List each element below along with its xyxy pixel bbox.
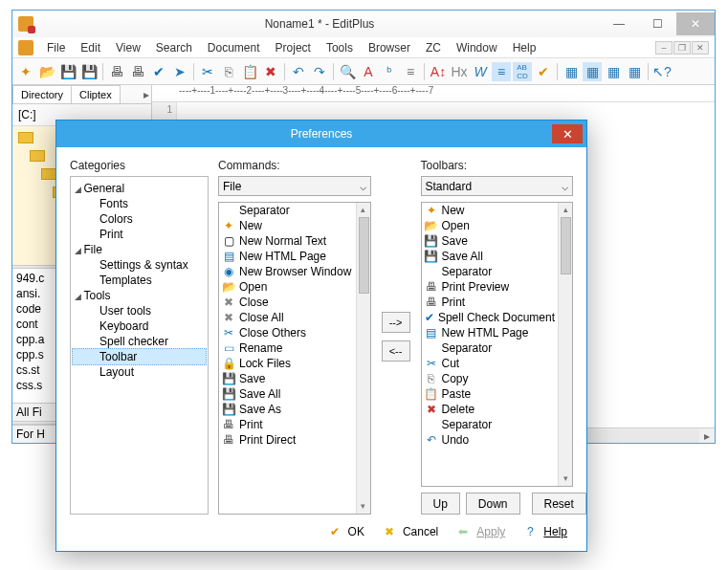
menu-browser[interactable]: Browser bbox=[361, 39, 418, 56]
list-item[interactable]: ▢New Normal Text bbox=[219, 233, 356, 249]
list-item[interactable]: ✔Spell Check Document bbox=[422, 310, 559, 325]
tab-cliptext[interactable]: Cliptex bbox=[71, 85, 121, 103]
scrollbar[interactable]: ▴ ▾ bbox=[356, 203, 370, 514]
menu-edit[interactable]: Edit bbox=[73, 39, 108, 56]
tree-item[interactable]: Layout bbox=[73, 364, 206, 380]
list-item[interactable]: ✂Close Others bbox=[219, 325, 356, 340]
commands-list[interactable]: Separator✦New▢New Normal Text▤New HTML P… bbox=[218, 202, 371, 515]
toolbar-arrow-icon[interactable]: ➤ bbox=[170, 62, 189, 81]
toolbar-copy-icon[interactable]: ⎘ bbox=[219, 62, 238, 81]
toolbar-spell-icon[interactable]: ✔ bbox=[149, 62, 168, 81]
menu-window[interactable]: Window bbox=[449, 39, 505, 56]
toolbar-win3-icon[interactable]: ▦ bbox=[604, 62, 623, 81]
dialog-close-button[interactable]: ✕ bbox=[552, 124, 583, 143]
list-item[interactable]: ⎘Copy bbox=[422, 371, 559, 386]
scroll-up-icon[interactable]: ▴ bbox=[357, 203, 370, 217]
reset-button[interactable]: Reset bbox=[532, 493, 586, 515]
close-button[interactable]: ✕ bbox=[676, 12, 715, 35]
toolbar-print-icon[interactable]: 🖶 bbox=[107, 62, 126, 81]
scroll-thumb[interactable] bbox=[359, 217, 369, 294]
list-item[interactable]: ✖Close All bbox=[219, 310, 356, 325]
list-item[interactable]: ▤New HTML Page bbox=[219, 249, 356, 264]
down-button[interactable]: Down bbox=[466, 493, 520, 515]
tree-item[interactable]: Spell checker bbox=[73, 334, 206, 349]
tree-item[interactable]: Fonts bbox=[73, 196, 206, 211]
toolbar-preview-icon[interactable]: 🖶 bbox=[128, 62, 147, 81]
tree-item[interactable]: User tools bbox=[73, 303, 206, 318]
move-right-button[interactable]: --> bbox=[382, 312, 410, 333]
list-item[interactable]: ▭Rename bbox=[219, 340, 356, 356]
commands-combo[interactable]: File ⌵ bbox=[218, 176, 371, 196]
list-item[interactable]: 🔒Lock Files bbox=[219, 356, 356, 371]
tree-file[interactable]: File bbox=[73, 242, 206, 257]
minimize-button[interactable]: — bbox=[600, 12, 638, 35]
cancel-button[interactable]: ✖Cancel bbox=[382, 524, 438, 539]
toolbar-save-icon[interactable]: 💾 bbox=[58, 62, 77, 81]
menu-project[interactable]: Project bbox=[268, 39, 319, 56]
list-item[interactable]: 🖶Print Preview bbox=[422, 279, 559, 295]
list-item[interactable]: ✂Cut bbox=[422, 356, 559, 371]
toolbar-w-icon[interactable]: W bbox=[471, 62, 490, 81]
tree-item[interactable]: Settings & syntax bbox=[73, 257, 206, 273]
tab-directory[interactable]: Directory bbox=[12, 85, 72, 103]
list-item[interactable]: Separator bbox=[422, 340, 559, 356]
tree-tools[interactable]: Tools bbox=[73, 288, 206, 303]
up-button[interactable]: Up bbox=[421, 493, 460, 515]
scroll-down-icon[interactable]: ▾ bbox=[559, 471, 572, 486]
list-item[interactable]: 🖶Print Direct bbox=[219, 432, 356, 448]
tree-item[interactable]: Print bbox=[73, 227, 206, 242]
categories-tree[interactable]: General FontsColorsPrint File Settings &… bbox=[70, 176, 209, 515]
move-left-button[interactable]: <-- bbox=[382, 340, 410, 362]
list-item[interactable]: 📂Open bbox=[219, 279, 356, 295]
toolbar-help-icon[interactable]: ↖? bbox=[652, 62, 672, 81]
mdi-restore-button[interactable]: ❐ bbox=[673, 41, 691, 55]
menu-view[interactable]: View bbox=[108, 39, 148, 56]
toolbar-abcd-icon[interactable]: ABCD bbox=[513, 62, 532, 81]
help-button[interactable]: ?Help bbox=[522, 524, 567, 539]
toolbar-b-icon[interactable]: ᵇ bbox=[380, 62, 399, 81]
toolbar-eq-icon[interactable]: ≡ bbox=[401, 62, 420, 81]
list-item[interactable]: 🖶Print bbox=[219, 417, 356, 432]
menu-document[interactable]: Document bbox=[200, 39, 268, 56]
toolbar-open-icon[interactable]: 📂 bbox=[37, 62, 56, 81]
list-item[interactable]: ✖Close bbox=[219, 295, 356, 310]
scroll-right-icon[interactable]: ▸ bbox=[699, 429, 715, 443]
toolbar-check-icon[interactable]: ✔ bbox=[534, 62, 553, 81]
toolbar-win1-icon[interactable]: ▦ bbox=[562, 62, 581, 81]
scroll-up-icon[interactable]: ▴ bbox=[559, 203, 572, 217]
toolbar-win4-icon[interactable]: ▦ bbox=[625, 62, 644, 81]
tree-general[interactable]: General bbox=[73, 181, 206, 196]
toolbar-win2-icon[interactable]: ▦ bbox=[583, 62, 602, 81]
scroll-thumb[interactable] bbox=[561, 217, 571, 274]
tree-item[interactable]: Colors bbox=[73, 211, 206, 227]
list-item[interactable]: Separator bbox=[422, 417, 559, 432]
toolbar-find-icon[interactable]: 🔍 bbox=[338, 62, 357, 81]
menu-help[interactable]: Help bbox=[505, 39, 544, 56]
list-item[interactable]: ↶Undo bbox=[422, 432, 559, 448]
menu-file[interactable]: File bbox=[39, 39, 73, 56]
tree-item[interactable]: Keyboard bbox=[73, 318, 206, 334]
scrollbar[interactable]: ▴ ▾ bbox=[558, 203, 572, 486]
ok-button[interactable]: ✔OK bbox=[327, 524, 364, 539]
list-item[interactable]: ◉New Browser Window bbox=[219, 264, 356, 279]
toolbar-paste-icon[interactable]: 📋 bbox=[240, 62, 259, 81]
list-item[interactable]: ✦New bbox=[219, 218, 356, 233]
toolbar-a2-icon[interactable]: A↕ bbox=[429, 62, 448, 81]
tree-item[interactable]: Toolbar bbox=[72, 348, 207, 365]
toolbars-combo[interactable]: Standard ⌵ bbox=[421, 176, 574, 196]
list-item[interactable]: 📋Paste bbox=[422, 386, 559, 402]
list-item[interactable]: 💾Save All bbox=[219, 386, 356, 402]
toolbar-saveall-icon[interactable]: 💾 bbox=[79, 62, 99, 81]
scroll-down-icon[interactable]: ▾ bbox=[357, 499, 370, 514]
toolbar-num-icon[interactable]: ≡ bbox=[492, 62, 511, 81]
menu-zc[interactable]: ZC bbox=[418, 39, 449, 56]
toolbar-undo-icon[interactable]: ↶ bbox=[289, 62, 308, 81]
toolbar-a-icon[interactable]: A bbox=[359, 62, 378, 81]
mdi-minimize-button[interactable]: – bbox=[655, 41, 673, 55]
list-item[interactable]: 📂Open bbox=[422, 218, 559, 233]
toolbar-hx-icon[interactable]: Hx bbox=[450, 62, 469, 81]
list-item[interactable]: ▤New HTML Page bbox=[422, 325, 559, 340]
tree-item[interactable]: Templates bbox=[73, 273, 206, 288]
apply-button[interactable]: ⬅Apply bbox=[455, 524, 505, 539]
list-item[interactable]: 🖶Print bbox=[422, 295, 559, 310]
